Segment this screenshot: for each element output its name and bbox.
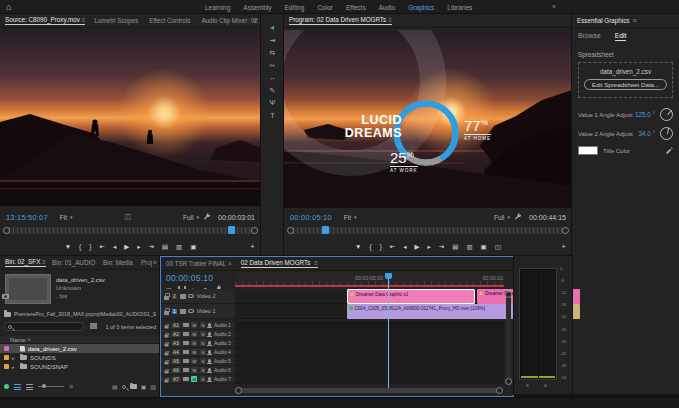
microphone-icon[interactable]: [208, 377, 211, 381]
go-to-in-button[interactable]: ⇤: [390, 243, 395, 251]
timeline-playhead-head[interactable]: [385, 273, 392, 279]
lift-button[interactable]: ▤: [452, 243, 458, 251]
settings-wrench-icon[interactable]: [514, 213, 522, 221]
track-target-badge[interactable]: A7: [172, 377, 181, 382]
eg-mode-tab[interactable]: Browse: [578, 32, 601, 41]
source-patch-icon[interactable]: [183, 368, 189, 372]
audio-track-head[interactable]: A3 M S Audio 3: [161, 339, 235, 348]
source-patch-icon[interactable]: [183, 377, 189, 381]
program-quality-select[interactable]: Full▾: [494, 214, 510, 221]
filter-icon[interactable]: [90, 323, 97, 329]
track-target-badge[interactable]: A1: [172, 323, 181, 328]
play-button[interactable]: ▶: [415, 243, 420, 251]
mark-in-button[interactable]: {: [79, 243, 81, 251]
audio-track-head[interactable]: A4 M S Audio 4: [161, 348, 235, 357]
list-item[interactable]: data_driven_2.csv: [0, 344, 160, 353]
timeline-ruler[interactable]: 00:00:05:00 00:00:10: [235, 273, 504, 287]
track-select-forward-tool[interactable]: ⇥: [270, 37, 276, 45]
param-value2-value[interactable]: 34.0 °: [638, 130, 655, 137]
lock-icon[interactable]: [165, 379, 169, 382]
export-frame-button[interactable]: ▣: [481, 243, 487, 251]
source-patch-icon[interactable]: [183, 350, 189, 354]
source-playhead[interactable]: [228, 226, 235, 234]
solo-button[interactable]: S: [200, 358, 206, 364]
new-item-icon[interactable]: ▣: [141, 383, 147, 390]
mark-in-button[interactable]: {: [370, 243, 372, 251]
lock-icon[interactable]: [165, 325, 169, 328]
tab-overflow-icon[interactable]: »: [153, 259, 157, 266]
settings-wrench-icon[interactable]: [203, 213, 211, 221]
list-view-icon[interactable]: [14, 384, 21, 390]
audio-lanes[interactable]: [235, 321, 504, 384]
audio-track-head[interactable]: A6 M S Audio 6: [161, 366, 235, 375]
workspace-tab[interactable]: Learning: [205, 4, 230, 11]
panel-menu-icon[interactable]: ≡: [82, 16, 86, 23]
solo-button[interactable]: S: [200, 331, 206, 337]
label-color-chip[interactable]: [4, 364, 9, 369]
mute-button[interactable]: M: [191, 340, 197, 346]
timeline-horizontal-scrollbar[interactable]: [237, 388, 501, 393]
audio-track-head[interactable]: A2 M S Audio 2: [161, 330, 235, 339]
workspace-tab[interactable]: Editing: [285, 4, 305, 11]
track-target-badge[interactable]: A3: [172, 341, 181, 346]
source-patch-icon[interactable]: [183, 323, 189, 327]
panel-menu-icon[interactable]: ≡: [633, 17, 637, 24]
tab-overflow-icon[interactable]: »: [253, 17, 257, 24]
comparison-view-button[interactable]: ◫: [495, 243, 501, 251]
solo-button[interactable]: S: [200, 340, 206, 346]
panel-tab[interactable]: Audio Clip Mixer: 02 Data Driven MOGRTs: [201, 17, 261, 24]
source-patch-icon[interactable]: [183, 359, 189, 363]
overwrite-button[interactable]: ▥: [176, 243, 182, 251]
eg-mode-tab[interactable]: Edit: [615, 32, 627, 41]
source-patch-icon[interactable]: [183, 332, 189, 336]
timeline-vertical-scrollbar[interactable]: [506, 293, 511, 383]
solo-button[interactable]: S: [200, 376, 206, 382]
solo-button[interactable]: S: [200, 367, 206, 373]
workspace-tab[interactable]: Libraries: [447, 4, 472, 11]
track-target-badge[interactable]: A5: [172, 359, 181, 364]
slip-tool[interactable]: ↔: [269, 74, 276, 82]
mark-out-button[interactable]: }: [380, 243, 382, 251]
go-to-out-button[interactable]: ⇥: [148, 243, 153, 251]
source-zoom-select[interactable]: Fit▾: [60, 214, 73, 221]
microphone-icon[interactable]: [208, 323, 211, 327]
ripple-edit-tool[interactable]: ⇆: [270, 49, 276, 57]
lock-icon[interactable]: [165, 370, 169, 373]
label-color-chip[interactable]: [4, 346, 9, 351]
lock-icon[interactable]: [165, 352, 169, 355]
audio-track-head[interactable]: A7 M S Audio 7: [161, 375, 235, 384]
audio-track-head[interactable]: A5 M S Audio 5: [161, 357, 235, 366]
go-to-in-button[interactable]: ⇤: [99, 243, 104, 251]
panel-menu-icon[interactable]: ≡: [388, 16, 392, 23]
track-target-badge[interactable]: 1: [172, 309, 178, 314]
title-color-swatch[interactable]: [578, 146, 598, 155]
workspace-overflow-icon[interactable]: »: [552, 3, 556, 10]
add-marker-button[interactable]: ▼: [65, 243, 71, 251]
bin-tab[interactable]: Bin: 02_SFX≡: [5, 258, 46, 267]
solo-button[interactable]: S: [200, 322, 206, 328]
workspace-tab[interactable]: Assembly: [243, 4, 271, 11]
mark-out-button[interactable]: }: [89, 243, 91, 251]
bin-tab[interactable]: Bin: Media: [103, 259, 135, 266]
track-target-badge[interactable]: A4: [172, 350, 181, 355]
lock-icon[interactable]: [165, 334, 169, 337]
list-header[interactable]: Name ∧: [0, 336, 160, 344]
microphone-icon[interactable]: [208, 359, 211, 363]
track-output-eye-icon[interactable]: [188, 294, 194, 298]
bin-tab[interactable]: Proj: [141, 259, 154, 266]
list-item[interactable]: ▸ SOUNDS: [0, 353, 160, 362]
mute-button[interactable]: M: [191, 331, 197, 337]
expand-chevron-icon[interactable]: ▸: [12, 355, 17, 361]
bin-tab[interactable]: Bin: 01_AUDIO: [52, 259, 97, 266]
sequence-tab[interactable]: 02 Data Driven MOGRTs≡: [241, 259, 318, 268]
mute-button[interactable]: M: [191, 358, 197, 364]
panel-menu-icon[interactable]: ≡: [42, 258, 46, 265]
automate-to-sequence-icon[interactable]: ▤: [112, 383, 118, 390]
microphone-icon[interactable]: [208, 368, 211, 372]
extract-button[interactable]: ▥: [466, 243, 472, 251]
panel-tab[interactable]: Lumetri Scopes: [94, 17, 140, 24]
button-editor-plus[interactable]: +: [561, 242, 566, 251]
source-timecode[interactable]: 13:15:50:07: [6, 213, 48, 222]
mute-button[interactable]: M: [191, 322, 197, 328]
audio-track-head[interactable]: A1 M S Audio 1: [161, 321, 235, 330]
